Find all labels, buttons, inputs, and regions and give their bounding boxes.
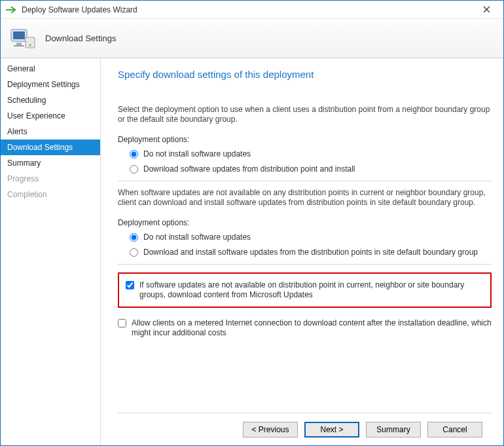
svg-point-5 <box>29 44 31 46</box>
previous-button[interactable]: < Previous <box>243 422 298 437</box>
summary-button[interactable]: Summary <box>366 422 421 437</box>
fallback-ms-updates-checkbox[interactable] <box>126 281 134 289</box>
nav-progress: Progress <box>1 171 100 187</box>
section2-radio2[interactable] <box>130 248 138 257</box>
cancel-button[interactable]: Cancel <box>427 422 482 437</box>
svg-rect-2 <box>16 43 22 45</box>
wizard-footer: < Previous Next > Summary Cancel <box>118 413 492 445</box>
svg-rect-1 <box>13 31 25 39</box>
close-button[interactable] <box>473 3 499 16</box>
section2-radio1[interactable] <box>130 233 138 242</box>
fallback-ms-updates-row[interactable]: If software updates are not available on… <box>118 272 492 308</box>
section2-option2[interactable]: Download and install software updates fr… <box>130 248 492 257</box>
nav-user-experience[interactable]: User Experience <box>1 108 100 124</box>
wizard-window: Deploy Software Updates Wizard Download … <box>0 0 504 446</box>
section1-option2-label: Download software updates from distribut… <box>143 164 355 174</box>
wizard-header: Download Settings <box>1 19 503 58</box>
section1-option2[interactable]: Download software updates from distribut… <box>130 164 492 174</box>
section1-radio2[interactable] <box>130 165 138 174</box>
section1-description: Select the deployment option to use when… <box>118 105 492 124</box>
section1-radio1[interactable] <box>130 150 138 158</box>
section1-option1-label: Do not install software updates <box>143 149 251 159</box>
fallback-ms-updates-label: If software updates are not available on… <box>139 280 484 300</box>
nav-download-settings[interactable]: Download Settings <box>1 139 100 155</box>
titlebar: Deploy Software Updates Wizard <box>1 1 503 19</box>
metered-connection-row[interactable]: Allow clients on a metered Internet conn… <box>118 318 492 338</box>
next-button[interactable]: Next > <box>304 422 359 437</box>
separator-1 <box>118 181 492 181</box>
section2-option1-label: Do not install software updates <box>143 232 251 242</box>
svg-rect-4 <box>26 37 35 48</box>
nav-deployment-settings[interactable]: Deployment Settings <box>1 77 100 92</box>
nav-general[interactable]: General <box>1 61 100 77</box>
nav-completion: Completion <box>1 187 100 202</box>
main-panel: Specify download settings of this deploy… <box>100 58 503 445</box>
wizard-sidebar: General Deployment Settings Scheduling U… <box>1 58 100 445</box>
nav-scheduling[interactable]: Scheduling <box>1 92 100 108</box>
section2-description: When software updates are not available … <box>118 188 492 208</box>
window-title: Deploy Software Updates Wizard <box>22 5 473 14</box>
section2-option2-label: Download and install software updates fr… <box>143 248 478 257</box>
section1-option1[interactable]: Do not install software updates <box>130 149 492 159</box>
wizard-body: General Deployment Settings Scheduling U… <box>1 58 503 445</box>
nav-alerts[interactable]: Alerts <box>1 124 100 139</box>
metered-connection-checkbox[interactable] <box>118 319 126 327</box>
computer-icon <box>9 24 37 53</box>
section2-label: Deployment options: <box>118 218 492 227</box>
page-title: Download Settings <box>45 33 116 43</box>
section1-label: Deployment options: <box>118 135 492 144</box>
section2-option1[interactable]: Do not install software updates <box>130 232 492 242</box>
main-heading: Specify download settings of this deploy… <box>118 69 492 80</box>
metered-connection-label: Allow clients on a metered Internet conn… <box>132 318 492 338</box>
close-icon <box>483 6 490 13</box>
svg-rect-3 <box>14 45 24 46</box>
wizard-arrow-icon <box>6 5 18 14</box>
nav-summary[interactable]: Summary <box>1 155 100 171</box>
separator-2 <box>118 264 492 265</box>
